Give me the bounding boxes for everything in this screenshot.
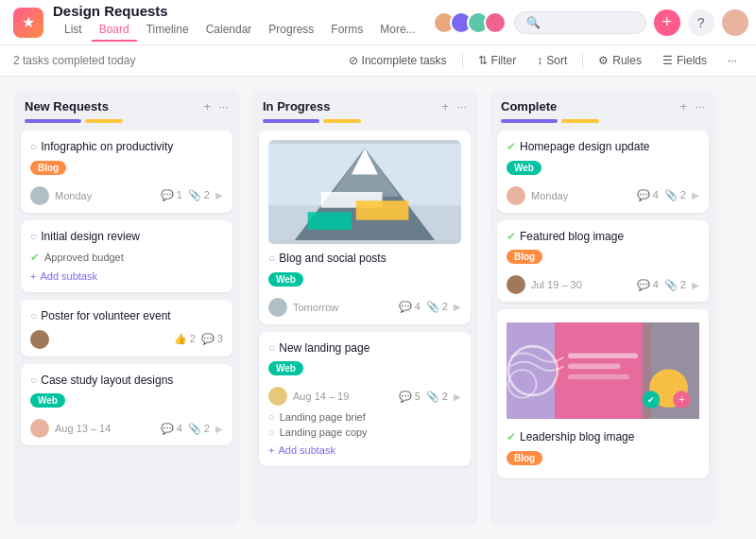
assignee-avatar — [507, 186, 525, 205]
card-footer-landing: Aug 14 – 19 💬 5 📎 2 ▶ — [268, 387, 461, 406]
card-footer-poster: 👍 2 💬 3 — [30, 330, 223, 349]
card-footer-infographic: Monday 💬 1 📎 2 ▶ — [30, 186, 223, 205]
card-homepage[interactable]: ✔Homepage design update Web Monday 💬 4 📎… — [497, 130, 709, 213]
search-icon: 🔍 — [526, 16, 541, 29]
tab-forms[interactable]: Forms — [323, 19, 370, 42]
app-icon: ★ — [13, 8, 43, 38]
header-right: 🔍 + ? — [433, 9, 748, 36]
card-date: Aug 13 – 14 — [55, 423, 111, 434]
add-subtask-btn[interactable]: + Add subtask — [30, 268, 223, 285]
color-bar-yellow — [561, 119, 599, 123]
status-circle-icon: ○ — [30, 309, 37, 322]
attachments-count: 📎 2 — [426, 391, 448, 403]
status-check-icon: ✔ — [507, 230, 516, 243]
card-leadership-blog[interactable]: ✔ + ✔Leadership blog image — [497, 309, 709, 478]
tab-board[interactable]: Board — [92, 19, 137, 42]
more-options-icon[interactable]: ··· — [695, 99, 705, 113]
card-title-landing: ○New landing page — [268, 341, 461, 356]
column-header-new-requests: New Requests + ··· — [13, 90, 240, 119]
card-landing-page[interactable]: ○New landing page Web Aug 14 – 19 💬 5 📎 … — [259, 332, 471, 467]
expand-icon[interactable]: ▶ — [692, 280, 699, 290]
column-body-in-progress: ○Blog and social posts Web Tomorrow 💬 4 … — [251, 130, 478, 525]
card-meta: 💬 4 📎 2 ▶ — [399, 301, 461, 313]
filter-btn[interactable]: ⇅ Filter — [472, 51, 523, 70]
column-header-in-progress: In Progress + ··· — [251, 90, 478, 119]
card-title-design-review: ○Initial design review — [30, 230, 223, 245]
column-body-new-requests: ○Infographic on productivity Blog Monday… — [13, 130, 240, 525]
comments-count: 💬 3 — [201, 333, 223, 345]
status-check-icon: ✔ — [507, 430, 516, 443]
add-subtask-btn[interactable]: + Add subtask — [268, 442, 461, 459]
assignee-avatar — [30, 186, 49, 205]
assignee-avatar — [30, 330, 49, 349]
incomplete-tasks-btn[interactable]: ⊘ Incomplete tasks — [343, 51, 453, 70]
tab-more[interactable]: More... — [372, 19, 422, 42]
more-options-btn[interactable]: ··· — [722, 51, 743, 70]
expand-icon[interactable]: ▶ — [215, 424, 223, 434]
card-image-colorful: ✔ + — [507, 319, 699, 423]
add-button[interactable]: + — [654, 9, 680, 36]
user-avatar[interactable] — [722, 9, 748, 36]
card-date: Monday — [55, 190, 92, 201]
help-button[interactable]: ? — [688, 9, 714, 36]
card-footer-homepage: Monday 💬 4 📎 2 ▶ — [507, 186, 699, 205]
colorful-svg: ✔ + — [507, 319, 699, 423]
plus-icon: + — [268, 444, 274, 456]
card-featured-blog[interactable]: ✔Featured blog image Blog Jul 19 – 30 💬 … — [497, 220, 709, 303]
svg-rect-9 — [555, 322, 651, 419]
color-bar-yellow — [85, 119, 123, 123]
card-design-review[interactable]: ○Initial design review ✔ Approved budget… — [21, 220, 232, 293]
team-avatars — [433, 11, 507, 34]
attachments-count: 📎 2 — [188, 189, 210, 201]
fields-btn[interactable]: ☰ Fields — [657, 51, 713, 70]
card-infographic[interactable]: ○Infographic on productivity Blog Monday… — [21, 130, 232, 213]
expand-icon[interactable]: ▶ — [215, 190, 223, 200]
tasks-completed-text: 2 tasks completed today — [13, 54, 337, 67]
plus-icon: + — [30, 270, 36, 282]
comments-count: 💬 5 — [399, 391, 421, 403]
card-meta: 💬 1 📎 2 ▶ — [161, 189, 223, 201]
search-bar[interactable]: 🔍 — [514, 11, 646, 34]
attachments-count: 📎 2 — [664, 279, 686, 291]
subtask-brief: ○ Landing page brief — [268, 409, 461, 425]
rules-btn[interactable]: ⚙ Rules — [593, 51, 647, 70]
add-card-icon[interactable]: + — [442, 99, 450, 113]
expand-icon[interactable]: ▶ — [454, 302, 461, 312]
assignee-avatar — [30, 419, 49, 438]
card-blog-social[interactable]: ○Blog and social posts Web Tomorrow 💬 4 … — [259, 130, 471, 324]
card-date: Tomorrow — [293, 302, 338, 313]
status-circle-icon: ○ — [268, 252, 275, 265]
tab-timeline[interactable]: Timeline — [139, 19, 197, 42]
comments-count: 💬 4 — [399, 301, 421, 313]
card-case-study[interactable]: ○Case study layout designs Web Aug 13 – … — [21, 364, 232, 446]
add-card-icon[interactable]: + — [680, 99, 688, 113]
color-bar-purple — [263, 119, 319, 123]
card-date: Jul 19 – 30 — [531, 279, 582, 290]
more-options-icon[interactable]: ··· — [218, 99, 229, 113]
add-card-icon[interactable]: + — [204, 99, 212, 113]
filter-icon: ⊘ — [349, 54, 358, 67]
attachments-count: 📎 2 — [664, 189, 686, 201]
expand-icon[interactable]: ▶ — [692, 190, 699, 200]
svg-rect-7 — [308, 212, 352, 230]
toolbar: 2 tasks completed today ⊘ Incomplete tas… — [0, 45, 756, 77]
tab-calendar[interactable]: Calendar — [198, 19, 260, 42]
sort-icon: ↕ — [537, 54, 542, 67]
tab-list[interactable]: List — [57, 19, 90, 42]
tag-blog-featured: Blog — [507, 250, 542, 264]
rules-icon: ⚙ — [598, 54, 609, 67]
comments-count: 💬 4 — [161, 423, 182, 435]
assignee-avatar — [507, 275, 525, 294]
card-title-infographic: ○Infographic on productivity — [30, 140, 223, 155]
tab-progress[interactable]: Progress — [261, 19, 321, 42]
comments-count: 💬 4 — [637, 189, 659, 201]
more-options-icon[interactable]: ··· — [456, 99, 467, 113]
nav-tabs: List Board Timeline Calendar Progress Fo… — [57, 19, 423, 42]
app-title: Design Requests — [53, 3, 423, 19]
assignee-avatar — [268, 387, 287, 406]
expand-icon[interactable]: ▶ — [454, 391, 461, 402]
card-poster-volunteer[interactable]: ○Poster for volunteer event 👍 2 💬 3 — [21, 300, 232, 356]
svg-rect-6 — [356, 200, 409, 219]
sort-btn[interactable]: ↕ Sort — [531, 51, 573, 70]
column-body-complete: ✔Homepage design update Web Monday 💬 4 📎… — [490, 130, 716, 525]
